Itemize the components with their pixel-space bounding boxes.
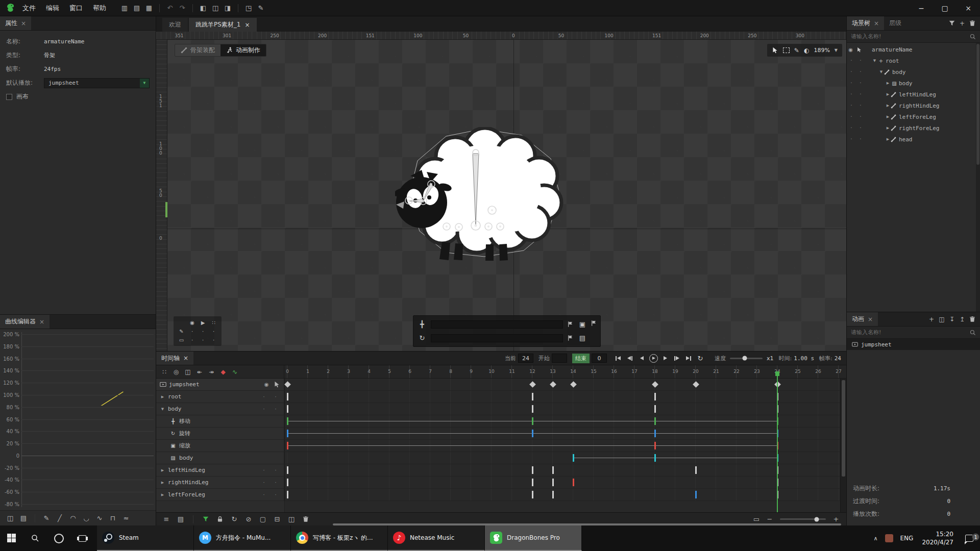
keyframe-frame-12[interactable] [532,405,533,413]
import-animation-icon[interactable]: ↧ [947,314,957,324]
dope-sheet-icon[interactable]: ∷ [160,367,168,377]
visibility-icon[interactable]: ◉ [262,382,271,387]
visibility-icon[interactable]: ◉ [848,47,853,53]
next-keyframe-icon[interactable]: ↠ [207,367,215,377]
close-tab-icon[interactable]: × [21,20,26,27]
copy-frames-icon[interactable]: ◫ [184,367,192,377]
keyframe-frame-12[interactable] [532,393,533,400]
speed-slider[interactable] [730,358,763,359]
remove-frame-icon[interactable]: ⊟ [272,514,282,524]
edit-mode-icon[interactable]: ✎ [256,3,266,13]
scene-tree-scrollbar[interactable] [976,43,980,312]
expand-arrow-icon[interactable]: ▶ [160,481,165,485]
redo-icon[interactable]: ↷ [177,3,187,13]
flag-icon[interactable] [567,321,574,328]
chevron-down-icon[interactable]: ▼ [835,48,838,53]
action-center-button[interactable]: 1 [959,535,980,542]
keyframe-track[interactable] [284,379,846,390]
import-file-icon[interactable]: ▥ [119,3,130,13]
keyframe-frame-18[interactable] [654,417,656,425]
keyframe-frame-14[interactable] [570,381,577,388]
taskbar-search-button[interactable] [23,525,47,551]
keyframe-track[interactable] [284,391,846,403]
ease-in-out-icon[interactable]: ∿ [94,513,105,523]
scrollbar-thumb[interactable] [842,380,845,477]
keyframe-frame-18[interactable] [654,430,656,437]
custom-curve-icon[interactable]: ✎ [41,513,52,523]
keyframe-frame-12[interactable] [532,466,533,474]
sphere-view-icon[interactable]: ◐ [804,47,809,54]
undo-icon[interactable]: ↶ [165,3,175,13]
scene-tree-search[interactable]: 请输入名称! [847,31,980,43]
menu-item-2[interactable]: 窗口 [64,0,88,16]
keyframe-frame-13[interactable] [552,479,554,486]
timeline-row-rightHindLeg[interactable]: ▶rightHindLeg·· [156,477,846,489]
minimize-button[interactable]: − [910,0,933,16]
expand-arrow-icon[interactable]: ▶ [885,81,891,85]
expand-arrow-icon[interactable]: ▶ [885,104,891,108]
delete-frame-icon[interactable] [301,516,311,522]
auto-keyframe-icon[interactable]: ◆ [219,367,227,377]
timeline-row-移动[interactable]: ╋移动 [156,415,846,428]
close-tab-icon[interactable]: × [874,20,879,27]
timeline-row-leftHindLeg[interactable]: ▶leftHindLeg·· [156,464,846,477]
duplicate-animation-icon[interactable]: ◫ [937,314,946,324]
start-button[interactable] [0,525,23,551]
task-view-button[interactable] [70,525,94,551]
keyframe-frame-13[interactable] [552,466,554,474]
speed-slider-handle[interactable] [742,356,747,361]
taskbar-clock[interactable]: 15:20 2020/4/27 [917,530,959,546]
stage-canvas[interactable]: 骨架装配 动画制作 ✎ ◐ 189% ▼ [167,40,846,351]
keyframe-frame-0[interactable] [287,417,288,425]
grid-list-icon[interactable]: ▤ [578,334,587,342]
close-tab-icon[interactable]: × [245,21,250,29]
keyframe-frame-0[interactable] [287,442,288,449]
keyframe-frame-12[interactable] [532,417,533,425]
sync-icon[interactable]: ↻ [229,514,239,524]
select-cursor-icon[interactable] [856,47,862,53]
tray-app-icon[interactable] [885,534,893,542]
menu-item-0[interactable]: 文件 [17,0,41,16]
document-tab-0[interactable]: 欢迎 [162,18,188,32]
keyframe-frame-18[interactable] [654,454,656,462]
cortana-button[interactable] [47,525,70,551]
keyframe-frame-20[interactable] [693,381,699,388]
keyframe-frame-14[interactable] [573,454,574,462]
keyframe-frame-0[interactable] [287,479,288,486]
timeline-row-leftForeLeg[interactable]: ▶leftForeLeg·· [156,489,846,501]
tree-node-armatureName[interactable]: ◉armatureName [847,44,980,55]
start-frame-field[interactable] [552,354,567,363]
mute-icon[interactable]: ⊘ [243,514,254,524]
next-keyframe-button[interactable] [672,353,682,363]
keyframe-frame-12[interactable] [532,479,533,486]
select-icon[interactable] [274,381,280,388]
document-tab-1[interactable]: 跳跳羊PS素材_1× [189,18,257,32]
rect-icon[interactable]: ▭ [177,336,186,343]
current-frame-field[interactable]: 24 [518,354,533,363]
insert-frame-icon[interactable]: ▢ [258,514,268,524]
copy-frame-icon[interactable]: ◫ [286,514,297,524]
timeline-row-body[interactable]: ▼body·· [156,403,846,415]
timeline-row-jumpsheet[interactable]: jumpsheet◉ [156,379,846,391]
play-button[interactable] [648,353,658,363]
linear-ease-icon[interactable]: ╱ [55,513,65,523]
close-tab-icon[interactable]: × [39,318,44,325]
keyframe-track[interactable] [284,428,846,439]
zoom-slider-handle[interactable] [815,517,819,521]
bounce-ease-icon[interactable]: ≈ [121,513,131,523]
keyframe-frame-0[interactable] [287,405,288,413]
curve-graph[interactable]: 200 %180 %160 %140 %120 %100 %80 %60 %40… [0,329,156,510]
delete-node-icon[interactable] [968,20,977,27]
tray-overflow-chevron-icon[interactable]: ∧ [869,535,882,542]
timeline-vertical-scrollbar[interactable] [840,379,846,512]
layer-view-icon[interactable]: ≡ [161,514,172,524]
keyframe-track[interactable] [284,452,846,464]
lock-icon[interactable] [215,516,225,522]
ease-in-icon[interactable]: ◠ [68,513,78,523]
timeline-row-body[interactable]: ▨body [156,452,846,464]
taskbar-app-netease[interactable]: Netease Music [388,525,485,551]
input-language-indicator[interactable]: ENG [896,535,917,542]
export-animation-icon[interactable]: ↥ [958,314,967,324]
keyframe-track[interactable] [284,477,846,488]
cursor-tool-icon[interactable] [772,47,778,54]
